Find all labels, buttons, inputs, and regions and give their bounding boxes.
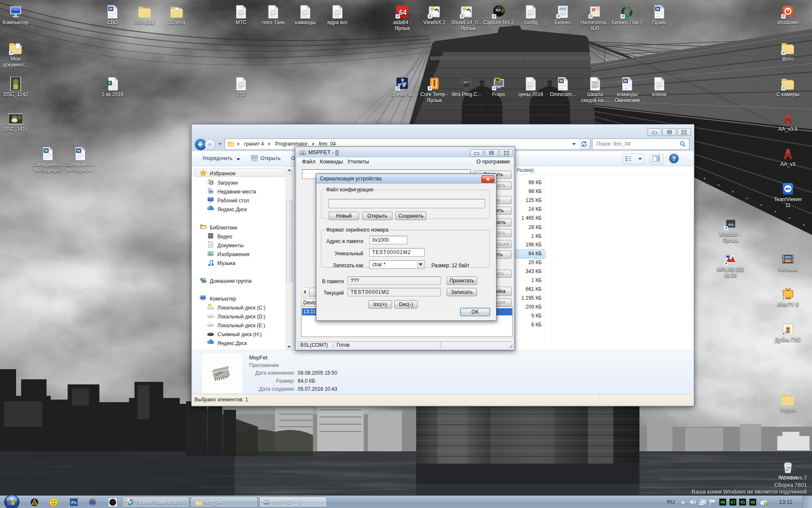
svg-text:2: 2 (786, 326, 790, 334)
svg-text:99: 99 (496, 78, 499, 82)
svg-text:NX: NX (496, 8, 502, 12)
svg-text:2: 2 (501, 8, 504, 13)
svg-text:?: ? (672, 155, 676, 162)
svg-text:Ps: Ps (71, 500, 77, 505)
svg-text:64: 64 (399, 9, 407, 16)
svg-text:WPC: WPC (464, 81, 470, 84)
